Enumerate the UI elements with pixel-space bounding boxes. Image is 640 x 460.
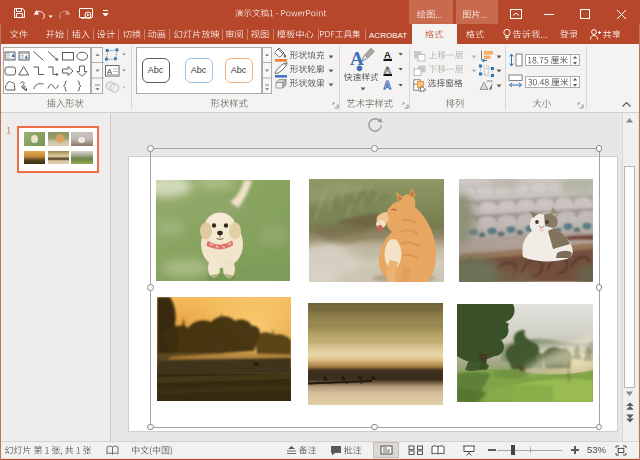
svg-text:A: A — [384, 79, 392, 91]
svg-text:A: A — [350, 48, 364, 69]
svg-text:A: A — [384, 64, 391, 75]
svg-text:A: A — [384, 49, 391, 60]
